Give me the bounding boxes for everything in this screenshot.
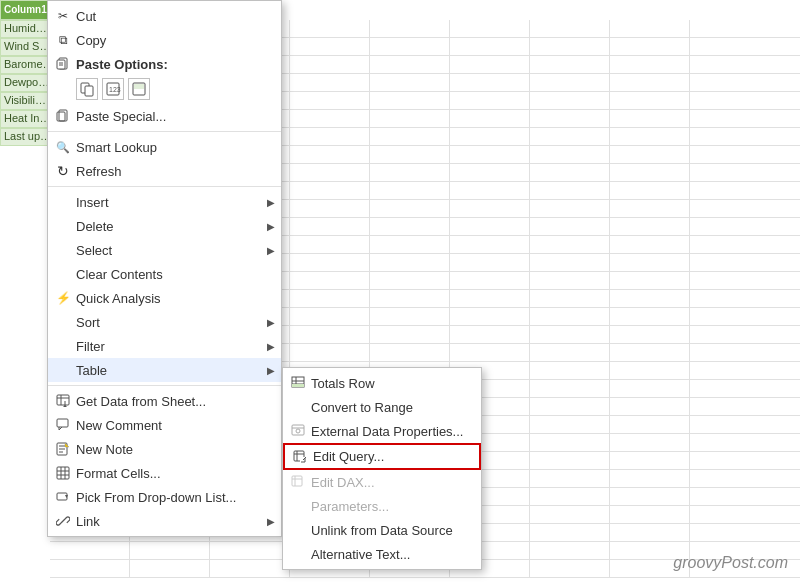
arrow-icon: ▶ <box>267 516 275 527</box>
select-menu-item[interactable]: Select ▶ <box>48 238 281 262</box>
grid-cell <box>530 398 610 416</box>
grid-cell <box>610 272 690 290</box>
external-data-props-submenu-item[interactable]: External Data Properties... <box>283 419 481 443</box>
link-menu-item[interactable]: Link ▶ <box>48 509 281 533</box>
format-cells-menu-item[interactable]: Format Cells... <box>48 461 281 485</box>
paste-option-formatting[interactable] <box>128 78 150 100</box>
paste-options-section: Paste Options: <box>48 52 281 76</box>
grid-cell <box>530 128 610 146</box>
grid-cell <box>610 20 690 38</box>
grid-cell <box>450 290 530 308</box>
svg-rect-22 <box>57 467 69 479</box>
grid-cell <box>370 74 450 92</box>
note-icon <box>54 440 72 458</box>
grid-cell <box>370 128 450 146</box>
paste-option-keep-source[interactable] <box>76 78 98 100</box>
quick-analysis-menu-item[interactable]: Quick Analysis <box>48 286 281 310</box>
paste-special-menu-item[interactable]: Paste Special... <box>48 104 281 128</box>
grid-cell <box>530 290 610 308</box>
grid-cell <box>530 56 610 74</box>
delete-menu-item[interactable]: Delete ▶ <box>48 214 281 238</box>
sort-menu-item[interactable]: Sort ▶ <box>48 310 281 334</box>
table-menu-item[interactable]: Table ▶ <box>48 358 281 382</box>
format-cells-label: Format Cells... <box>76 466 161 481</box>
table-submenu: Totals Row Convert to Range External Dat… <box>282 367 482 570</box>
edit-query-label: Edit Query... <box>313 449 384 464</box>
grid-cell <box>290 74 370 92</box>
insert-menu-item[interactable]: Insert ▶ <box>48 190 281 214</box>
smart-lookup-menu-item[interactable]: Smart Lookup <box>48 135 281 159</box>
grid-cell <box>530 380 610 398</box>
left-cell: Humid… <box>0 20 50 38</box>
refresh-icon <box>54 162 72 180</box>
grid-cell <box>610 308 690 326</box>
grid-cell <box>290 128 370 146</box>
grid-cell <box>530 542 610 560</box>
edit-query-submenu-item[interactable]: Edit Query... <box>283 443 481 470</box>
svg-rect-27 <box>57 493 67 500</box>
watermark: groovyPost.com <box>673 554 788 572</box>
grid-cell <box>370 326 450 344</box>
grid-cell <box>290 38 370 56</box>
new-comment-menu-item[interactable]: New Comment <box>48 413 281 437</box>
totals-row-label: Totals Row <box>311 376 375 391</box>
cut-menu-item[interactable]: Cut <box>48 4 281 28</box>
filter-menu-item[interactable]: Filter ▶ <box>48 334 281 358</box>
grid-cell <box>450 110 530 128</box>
grid-cell <box>130 542 210 560</box>
grid-cell <box>610 92 690 110</box>
get-data-icon <box>54 392 72 410</box>
grid-cell <box>610 434 690 452</box>
grid-cell <box>610 200 690 218</box>
unlink-data-source-submenu-item[interactable]: Unlink from Data Source <box>283 518 481 542</box>
grid-cell <box>290 164 370 182</box>
pick-dropdown-menu-item[interactable]: Pick From Drop-down List... <box>48 485 281 509</box>
insert-label: Insert <box>76 195 109 210</box>
grid-cell <box>290 344 370 362</box>
left-cell: Dewpo… <box>0 74 50 92</box>
edit-query-icon <box>291 448 309 466</box>
grid-cell <box>450 74 530 92</box>
get-data-menu-item[interactable]: Get Data from Sheet... <box>48 389 281 413</box>
convert-to-range-submenu-item[interactable]: Convert to Range <box>283 395 481 419</box>
grid-cell <box>370 146 450 164</box>
grid-cell <box>530 344 610 362</box>
paste-options-row: 123 <box>48 76 281 104</box>
refresh-menu-item[interactable]: Refresh <box>48 159 281 183</box>
table-label: Table <box>76 363 107 378</box>
grid-cell <box>290 56 370 74</box>
left-cell: Wind S… <box>0 38 50 56</box>
grid-cell <box>530 272 610 290</box>
grid-cell <box>610 182 690 200</box>
new-note-menu-item[interactable]: New Note <box>48 437 281 461</box>
left-cell: Visibili… <box>0 92 50 110</box>
cut-icon <box>54 7 72 25</box>
copy-menu-item[interactable]: ⧉ Copy <box>48 28 281 52</box>
grid-cell <box>530 506 610 524</box>
grid-cell <box>370 272 450 290</box>
svg-point-37 <box>296 429 300 433</box>
arrow-icon: ▶ <box>267 245 275 256</box>
refresh-label: Refresh <box>76 164 122 179</box>
grid-cell <box>610 398 690 416</box>
paste-option-values[interactable]: 123 <box>102 78 124 100</box>
paste-options-label: Paste Options: <box>76 57 168 72</box>
grid-cell <box>530 164 610 182</box>
grid-cell <box>610 470 690 488</box>
grid-cell <box>530 488 610 506</box>
parameters-submenu-item[interactable]: Parameters... <box>283 494 481 518</box>
svg-rect-12 <box>57 395 69 405</box>
edit-dax-submenu-item[interactable]: Edit DAX... <box>283 470 481 494</box>
clear-contents-menu-item[interactable]: Clear Contents <box>48 262 281 286</box>
grid-cell <box>210 542 290 560</box>
grid-cell <box>370 56 450 74</box>
get-data-label: Get Data from Sheet... <box>76 394 206 409</box>
grid-cell <box>610 218 690 236</box>
grid-cell <box>290 146 370 164</box>
grid-cell <box>610 56 690 74</box>
grid-cell <box>290 272 370 290</box>
grid-cell <box>610 362 690 380</box>
totals-row-submenu-item[interactable]: Totals Row <box>283 371 481 395</box>
alternative-text-submenu-item[interactable]: Alternative Text... <box>283 542 481 566</box>
grid-cell <box>610 290 690 308</box>
